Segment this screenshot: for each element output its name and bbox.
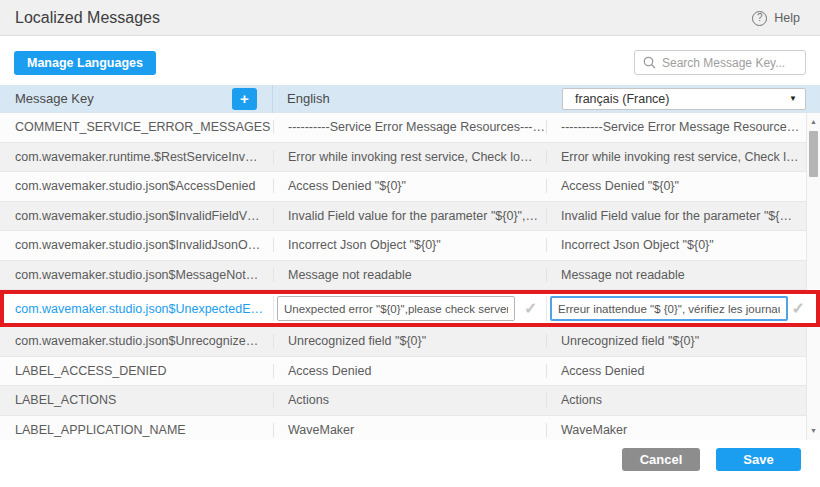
message-key-link[interactable]: com.wavemaker.studio.json$UnexpectedE…: [15, 302, 263, 316]
table-row[interactable]: COMMENT_SERVICE_ERROR_MESSAGES----------…: [0, 113, 820, 143]
toolbar: Manage Languages: [0, 37, 820, 85]
message-key-cell: LABEL_ACCESS_DENIED: [0, 364, 273, 378]
search-box[interactable]: [634, 50, 806, 75]
message-key-column-header: Message Key +: [0, 85, 273, 113]
english-cell: Access Denied: [273, 364, 546, 378]
message-key-header-label: Message Key: [15, 91, 94, 106]
french-edit-input[interactable]: [550, 296, 788, 321]
scroll-up-icon[interactable]: ▲: [807, 115, 820, 129]
table-row[interactable]: LABEL_ACCESS_DENIEDAccess DeniedAccess D…: [0, 357, 820, 387]
title-bar: Localized Messages ? Help: [0, 0, 820, 36]
cancel-button[interactable]: Cancel: [622, 448, 700, 471]
search-input[interactable]: [662, 56, 797, 70]
scrollbar-thumb[interactable]: [809, 131, 818, 177]
add-message-key-button[interactable]: +: [232, 88, 257, 110]
message-key-cell: LABEL_ACTIONS: [0, 393, 273, 407]
french-cell: ✓: [546, 296, 816, 321]
scroll-down-icon[interactable]: ▼: [807, 424, 820, 438]
french-cell: Actions: [546, 393, 820, 407]
confirm-check-icon[interactable]: ✓: [524, 299, 537, 318]
english-cell: Unrecognized field "${0}": [273, 334, 546, 348]
table-row[interactable]: com.wavemaker.studio.json$InvalidJsonO…I…: [0, 231, 820, 261]
confirm-check-icon[interactable]: ✓: [792, 299, 805, 318]
table-header: Message Key + English français (France) …: [0, 85, 820, 113]
table-row[interactable]: com.wavemaker.studio.json$MessageNot…Mes…: [0, 261, 820, 291]
manage-languages-button[interactable]: Manage Languages: [14, 51, 156, 75]
french-cell: Access Denied: [546, 364, 820, 378]
message-key-cell: com.wavemaker.runtime.$RestServiceInv…: [0, 150, 273, 164]
english-cell: WaveMaker: [273, 423, 546, 437]
help-circle-icon: ?: [752, 11, 767, 26]
table-row-editing[interactable]: com.wavemaker.studio.json$UnexpectedE…✓✓: [0, 290, 820, 327]
table-body: COMMENT_SERVICE_ERROR_MESSAGES----------…: [0, 113, 820, 440]
french-cell: Error while invoking rest service, Check…: [546, 150, 820, 164]
french-cell: Incorrect Json Object "${0}": [546, 238, 820, 252]
message-key-cell: com.wavemaker.studio.json$UnexpectedE…: [4, 302, 273, 316]
message-key-cell: com.wavemaker.studio.json$AccessDenied: [0, 179, 273, 193]
french-cell: ----------Service Error Message Resource…: [546, 120, 820, 134]
french-cell: Unrecognized field "${0}": [546, 334, 820, 348]
help-label: Help: [774, 11, 800, 25]
table-row[interactable]: com.wavemaker.runtime.$RestServiceInv…Er…: [0, 143, 820, 173]
french-cell: Invalid Field value for the parameter "$…: [546, 209, 820, 223]
table-row[interactable]: LABEL_ACTIONSActionsActions: [0, 386, 820, 416]
footer: Cancel Save: [0, 440, 820, 487]
table-row[interactable]: com.wavemaker.studio.json$InvalidFieldV……: [0, 202, 820, 232]
french-cell: Access Denied "${0}": [546, 179, 820, 193]
help-button[interactable]: ? Help: [752, 0, 800, 36]
french-cell: Message not readable: [546, 268, 820, 282]
search-icon: [643, 56, 656, 69]
language-select-value: français (France): [575, 85, 669, 113]
english-cell: ----------Service Error Message Resource…: [273, 120, 546, 134]
vertical-scrollbar[interactable]: ▲ ▼: [806, 113, 820, 440]
english-cell: ✓: [273, 296, 546, 321]
english-edit-input[interactable]: [277, 296, 515, 321]
english-cell: Message not readable: [273, 268, 546, 282]
english-cell: Incorrect Json Object "${0}": [273, 238, 546, 252]
language-column-header: français (France) ▼: [546, 85, 820, 113]
message-key-cell: com.wavemaker.studio.json$Unrecognize…: [0, 334, 273, 348]
localized-messages-dialog: Localized Messages ? Help Manage Languag…: [0, 0, 820, 487]
message-key-cell: com.wavemaker.studio.json$MessageNot…: [0, 268, 273, 282]
english-cell: Access Denied "${0}": [273, 179, 546, 193]
english-cell: Invalid Field value for the parameter "$…: [273, 209, 546, 223]
table-row[interactable]: com.wavemaker.studio.json$Unrecognize…Un…: [0, 327, 820, 357]
save-button[interactable]: Save: [716, 448, 801, 471]
french-cell: WaveMaker: [546, 423, 820, 437]
table-row[interactable]: LABEL_APPLICATION_NAMEWaveMakerWaveMaker: [0, 416, 820, 441]
language-select[interactable]: français (France) ▼: [562, 88, 806, 110]
message-key-cell: com.wavemaker.studio.json$InvalidJsonO…: [0, 238, 273, 252]
message-key-cell: com.wavemaker.studio.json$InvalidFieldV…: [0, 209, 273, 223]
chevron-down-icon: ▼: [789, 85, 797, 113]
message-key-cell: LABEL_APPLICATION_NAME: [0, 423, 273, 437]
page-title: Localized Messages: [15, 0, 160, 36]
table-row[interactable]: com.wavemaker.studio.json$AccessDeniedAc…: [0, 172, 820, 202]
english-column-header: English: [273, 85, 546, 113]
english-cell: Error while invoking rest service, Check…: [273, 150, 546, 164]
english-cell: Actions: [273, 393, 546, 407]
message-key-cell: COMMENT_SERVICE_ERROR_MESSAGES: [0, 120, 273, 134]
